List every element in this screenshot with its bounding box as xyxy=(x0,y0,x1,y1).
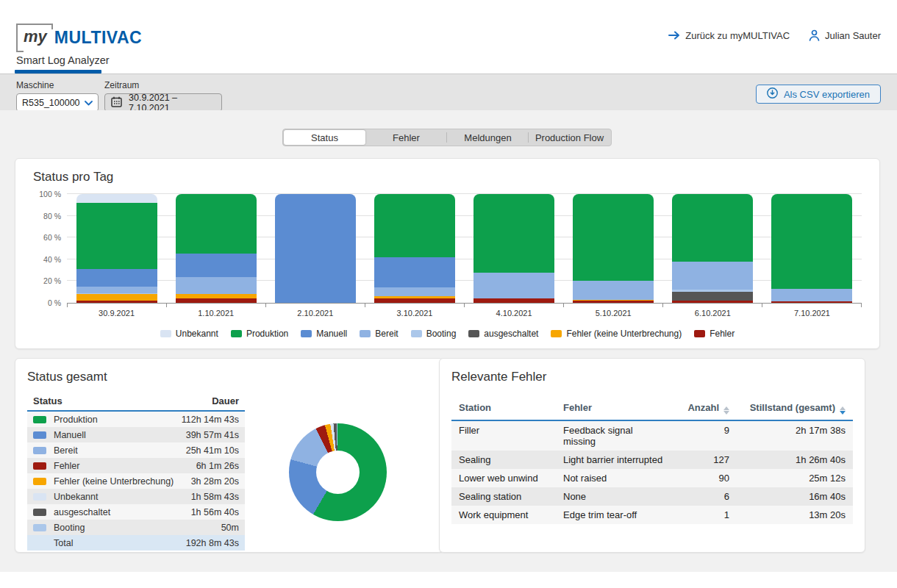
bar-group-3.10.2021[interactable] xyxy=(365,195,464,303)
status-row-bereit: Bereit25h 41m 10s xyxy=(27,442,245,458)
legend-item-bereit[interactable]: Bereit xyxy=(360,329,398,339)
bar-segment-bereit xyxy=(771,289,852,301)
legend-item-manuell[interactable]: Manuell xyxy=(301,329,347,339)
status-per-day-card: Status pro Tag 0 %20 %40 %60 %80 %100 % … xyxy=(15,158,880,349)
status-table-header: Status Dauer xyxy=(27,393,245,412)
total-label: Total xyxy=(54,538,73,548)
view-tab-production-flow[interactable]: Production Flow xyxy=(529,130,610,145)
status-row-manuell: Manuell39h 57m 41s xyxy=(27,427,245,442)
error-row-sealing-station: Sealing stationNone616m 40s xyxy=(451,487,853,506)
bar-group-5.10.2021[interactable] xyxy=(564,195,663,303)
bar-segment-unbekannt xyxy=(76,194,157,203)
status-donut-chart[interactable] xyxy=(289,423,387,521)
x-label: 30.9.2021 xyxy=(67,309,166,318)
logo-my-text: my xyxy=(16,24,53,51)
bar-group-4.10.2021[interactable] xyxy=(465,195,564,303)
bar-segment-produktion xyxy=(176,194,257,254)
legend-label: Fehler xyxy=(710,329,735,339)
status-duration: 1h 56m 40s xyxy=(191,507,239,517)
user-menu[interactable]: Julian Sauter xyxy=(809,29,881,41)
error-station: Filler xyxy=(459,425,563,447)
x-label: 3.10.2021 xyxy=(365,309,464,318)
chevron-down-icon xyxy=(85,98,93,108)
error-downtime: 25m 12s xyxy=(729,473,846,484)
bar-group-7.10.2021[interactable] xyxy=(762,195,862,303)
view-tab-meldungen[interactable]: Meldungen xyxy=(447,130,529,145)
y-tick-label: 100 % xyxy=(39,190,61,198)
logo-brand-text: MULTIVAC xyxy=(54,28,142,48)
error-station: Sealing station xyxy=(459,491,563,502)
view-tab-fehler[interactable]: Fehler xyxy=(365,130,447,145)
status-duration: 50m xyxy=(221,523,239,533)
mymultivac-logo[interactable]: my MULTIVAC xyxy=(16,24,142,51)
status-name: ausgeschaltet xyxy=(54,507,110,517)
status-row-unbekannt: Unbekannt1h 58m 43s xyxy=(27,489,245,504)
status-total-title: Status gesamt xyxy=(27,370,431,384)
error-description: Not raised xyxy=(563,473,663,484)
bar-group-6.10.2021[interactable] xyxy=(663,195,762,303)
error-row-sealing: SealingLight barrier interrupted1271h 26… xyxy=(451,451,853,469)
bar-group-2.10.2021[interactable] xyxy=(265,195,365,303)
export-csv-button[interactable]: Als CSV exportieren xyxy=(756,85,881,104)
error-count: 127 xyxy=(663,454,729,465)
relevant-errors-title: Relevante Fehler xyxy=(451,370,853,384)
back-to-mymultivac-link[interactable]: Zurück zu myMULTIVAC xyxy=(668,30,790,41)
status-name: Fehler (keine Unterbrechung) xyxy=(54,476,174,487)
status-name: Manuell xyxy=(54,430,86,440)
bar-segment-manuell xyxy=(176,254,257,276)
legend-item-ausgeschaltet[interactable]: ausgeschaltet xyxy=(468,329,538,339)
status-name: Bereit xyxy=(54,445,78,456)
bar-group-30.9.2021[interactable] xyxy=(67,195,166,303)
legend-label: Fehler (keine Unterbrechung) xyxy=(566,329,682,339)
bar-segment-produktion xyxy=(771,194,852,289)
view-tab-status[interactable]: Status xyxy=(284,130,365,145)
legend-item-unbekannt[interactable]: Unbekannt xyxy=(160,329,218,339)
status-name: Unbekannt xyxy=(54,492,98,502)
legend-swatch xyxy=(551,330,562,337)
status-swatch xyxy=(33,493,46,501)
y-tick-label: 80 % xyxy=(43,212,61,220)
filter-toolbar: Maschine R535_100000 Zeitraum 30.9.2021 … xyxy=(0,74,897,110)
error-downtime: 13m 20s xyxy=(729,509,846,520)
bar-segment-produktion xyxy=(76,203,157,269)
bar-group-1.10.2021[interactable] xyxy=(166,195,265,303)
date-range-picker[interactable]: 30.9.2021 – 7.10.2021 xyxy=(104,93,222,112)
legend-item-booting[interactable]: Booting xyxy=(411,329,457,339)
bar-segment-fehler xyxy=(76,301,157,303)
download-icon xyxy=(767,87,778,101)
legend-item-fehler[interactable]: Fehler xyxy=(694,329,735,339)
view-tabs: StatusFehlerMeldungenProduction Flow xyxy=(282,129,612,146)
status-swatch xyxy=(33,478,46,485)
bar-segment-produktion xyxy=(672,194,753,262)
error-downtime: 2h 17m 38s xyxy=(729,425,846,447)
legend-swatch xyxy=(694,330,705,337)
bar-segment-bereit xyxy=(473,273,554,299)
smart-log-analyzer-page: my MULTIVAC Smart Log Analyzer Zurück zu… xyxy=(0,0,897,588)
status-name: Booting xyxy=(54,523,85,533)
legend-swatch xyxy=(411,330,422,337)
bar-segment-produktion xyxy=(573,194,654,281)
legend-item-fehler-keine-unterbrechung-[interactable]: Fehler (keine Unterbrechung) xyxy=(551,329,682,339)
machine-label: Maschine xyxy=(16,80,99,90)
error-description: Edge trim tear-off xyxy=(563,509,663,520)
legend-item-produktion[interactable]: Produktion xyxy=(231,329,288,339)
status-total-table: Status Dauer Produktion112h 14m 43sManue… xyxy=(27,393,245,551)
error-description: None xyxy=(563,491,663,502)
status-per-day-chart: 0 %20 %40 %60 %80 %100 % 30.9.20211.10.2… xyxy=(33,195,862,345)
arrow-right-icon xyxy=(668,31,680,40)
status-duration: 6h 1m 26s xyxy=(196,461,239,471)
calendar-icon xyxy=(111,96,122,110)
legend-swatch xyxy=(468,330,479,337)
bar-segment-ausgeschaltet xyxy=(672,292,753,301)
tab-smart-log-analyzer[interactable]: Smart Log Analyzer xyxy=(16,54,110,66)
bar-segment-manuell xyxy=(76,269,157,287)
anzahl-col-header-sort[interactable]: Anzahl xyxy=(663,402,729,415)
error-count: 1 xyxy=(663,509,729,520)
stillstand-col-header-sort[interactable]: Stillstand (gesamt) xyxy=(729,402,846,415)
status-row-fehler-keine-unterbrechung-: Fehler (keine Unterbrechung)3h 28m 20s xyxy=(27,473,245,489)
machine-select[interactable]: R535_100000 xyxy=(16,93,99,112)
status-per-day-title: Status pro Tag xyxy=(33,170,862,184)
station-col-header: Station xyxy=(459,402,563,415)
legend-swatch xyxy=(160,330,171,337)
status-swatch xyxy=(33,462,46,470)
